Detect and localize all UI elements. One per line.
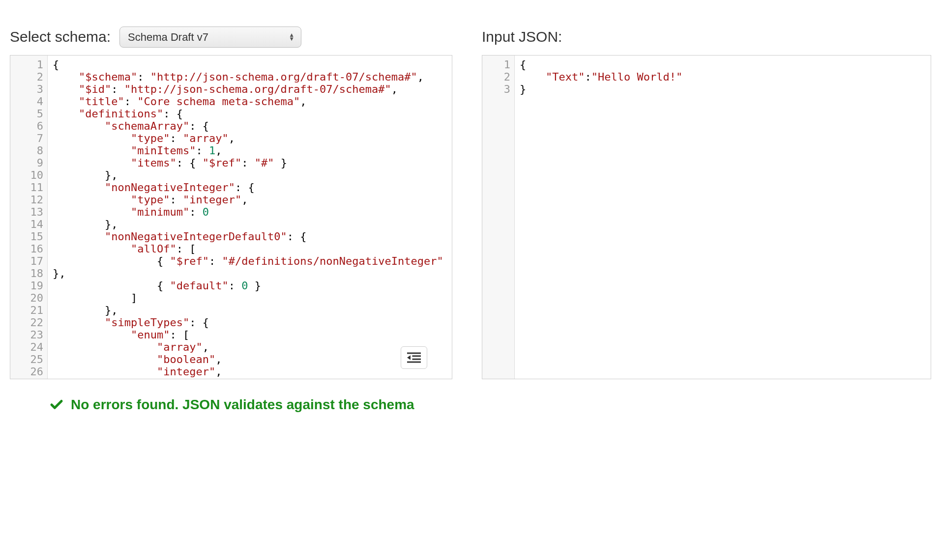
schema-editor[interactable]: 1234567891011121314151617181920212223242… [10, 55, 452, 379]
json-editor[interactable]: 123 { "Text":"Hello World!" } [482, 55, 931, 379]
schema-select[interactable]: Schema Draft v7 [119, 27, 301, 48]
svg-rect-3 [412, 359, 421, 360]
svg-rect-2 [412, 355, 421, 357]
json-gutter: 123 [482, 56, 515, 379]
svg-rect-0 [407, 353, 421, 354]
indent-button[interactable] [401, 346, 427, 369]
indent-icon [407, 352, 421, 363]
check-icon [49, 397, 64, 412]
validation-status: No errors found. JSON validates against … [71, 397, 414, 413]
schema-gutter: 1234567891011121314151617181920212223242… [10, 56, 48, 379]
input-json-label: Input JSON: [482, 28, 562, 45]
svg-rect-4 [407, 362, 421, 363]
schema-code[interactable]: { "$schema": "http://json-schema.org/dra… [48, 56, 452, 379]
schema-label: Select schema: [10, 28, 111, 45]
svg-marker-1 [407, 355, 411, 360]
json-code[interactable]: { "Text":"Hello World!" } [515, 56, 931, 379]
